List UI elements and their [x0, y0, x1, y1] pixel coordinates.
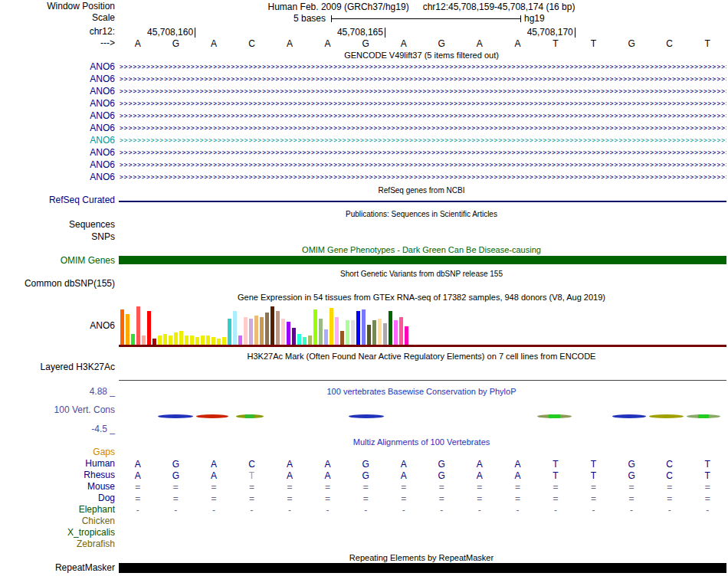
gene-arrow-line[interactable]: >>>>>>>>>>>>>>>>>>>>>>>>>>>>>>>>>>>>>>>>… — [120, 61, 726, 73]
gtex-tissue-bar[interactable] — [249, 319, 253, 345]
gtex-tissue-bar[interactable] — [163, 334, 167, 345]
multiz-species-label[interactable]: Zebrafish — [0, 539, 115, 549]
omim-track-bar[interactable] — [119, 256, 726, 264]
gtex-tissue-bar[interactable] — [228, 319, 231, 345]
gtex-tissue-bar[interactable] — [260, 317, 264, 345]
gtex-tissue-bar[interactable] — [287, 322, 290, 345]
gene-label[interactable]: ANO6 — [0, 123, 115, 134]
gene-arrow-line[interactable]: >>>>>>>>>>>>>>>>>>>>>>>>>>>>>>>>>>>>>>>>… — [120, 135, 726, 146]
gtex-tissue-bar[interactable] — [351, 320, 355, 345]
gtex-tissue-bar[interactable] — [238, 336, 242, 345]
gtex-tissue-bar[interactable] — [356, 311, 360, 345]
gtex-tissue-bar[interactable] — [233, 311, 237, 345]
repeatmasker-label[interactable]: RepeatMasker — [0, 563, 115, 573]
multiz-species-label[interactable]: Human — [0, 459, 115, 469]
gene-label[interactable]: ANO6 — [0, 147, 115, 159]
gtex-tissue-bar[interactable] — [190, 336, 194, 345]
gtex-tissue-bar[interactable] — [383, 323, 387, 345]
gtex-tissue-bar[interactable] — [308, 336, 312, 345]
gtex-tissue-bar[interactable] — [136, 306, 140, 345]
gtex-tissue-bar[interactable] — [120, 309, 124, 345]
gtex-tissue-bar[interactable] — [292, 328, 296, 345]
gene-arrow-line[interactable]: >>>>>>>>>>>>>>>>>>>>>>>>>>>>>>>>>>>>>>>>… — [120, 74, 726, 85]
conservation-track-label[interactable]: 100 Vert. Cons — [0, 405, 115, 415]
gene-arrow-line[interactable]: >>>>>>>>>>>>>>>>>>>>>>>>>>>>>>>>>>>>>>>>… — [120, 110, 726, 122]
gtex-tissue-bar[interactable] — [319, 319, 323, 345]
gtex-tissue-bar[interactable] — [271, 306, 274, 345]
gene-label[interactable]: ANO6 — [0, 61, 115, 73]
gtex-tissue-bar[interactable] — [265, 313, 269, 345]
gtex-tissue-bar[interactable] — [147, 311, 151, 345]
gene-arrow-line[interactable]: >>>>>>>>>>>>>>>>>>>>>>>>>>>>>>>>>>>>>>>>… — [120, 86, 726, 97]
gtex-tissue-bar[interactable] — [324, 329, 328, 345]
h3k27ac-label[interactable]: Layered H3K27Ac — [0, 362, 115, 372]
gtex-tissue-bar[interactable] — [212, 337, 215, 345]
phylop-mark[interactable] — [687, 414, 720, 418]
gtex-tissue-bar[interactable] — [372, 320, 376, 345]
gtex-tissue-bar[interactable] — [276, 311, 280, 345]
gene-arrow-line[interactable]: >>>>>>>>>>>>>>>>>>>>>>>>>>>>>>>>>>>>>>>>… — [120, 172, 726, 183]
omim-genes-label[interactable]: OMIM Genes — [0, 256, 115, 266]
gtex-tissue-bar[interactable] — [217, 339, 221, 345]
gene-label[interactable]: ANO6 — [0, 74, 115, 85]
gtex-tissue-bar[interactable] — [185, 336, 189, 345]
gtex-tissue-bar[interactable] — [281, 319, 285, 345]
multiz-species-label[interactable]: Dog — [0, 493, 115, 503]
multiz-species-label[interactable]: Rhesus — [0, 470, 115, 480]
phylop-mark[interactable] — [236, 414, 264, 418]
multiz-species-label[interactable]: Mouse — [0, 482, 115, 492]
gtex-tissue-bar[interactable] — [206, 336, 210, 345]
repeatmasker-track-bar[interactable] — [119, 563, 726, 573]
multiz-species-label[interactable]: Chicken — [0, 516, 115, 526]
gtex-tissue-bar[interactable] — [174, 332, 178, 345]
gene-arrow-line[interactable]: >>>>>>>>>>>>>>>>>>>>>>>>>>>>>>>>>>>>>>>>… — [120, 159, 726, 171]
h3k27ac-track-line[interactable] — [119, 380, 726, 381]
gene-label[interactable]: ANO6 — [0, 135, 115, 146]
gtex-tissue-bar[interactable] — [158, 336, 162, 345]
phylop-mark[interactable] — [612, 414, 646, 418]
gtex-tissue-bar[interactable] — [405, 326, 408, 345]
gtex-tissue-bar[interactable] — [126, 314, 130, 345]
gtex-tissue-bar[interactable] — [195, 337, 199, 345]
gtex-tissue-bar[interactable] — [362, 309, 366, 345]
gtex-baseline[interactable] — [119, 345, 726, 347]
gtex-gene-label[interactable]: ANO6 — [0, 321, 115, 331]
gtex-tissue-bar[interactable] — [254, 316, 258, 345]
multiz-species-label[interactable]: X_tropicalis — [0, 528, 115, 538]
gene-label[interactable]: ANO6 — [0, 98, 115, 110]
gene-arrow-line[interactable]: >>>>>>>>>>>>>>>>>>>>>>>>>>>>>>>>>>>>>>>>… — [120, 147, 726, 159]
gtex-tissue-bar[interactable] — [201, 336, 205, 345]
gtex-tissue-bar[interactable] — [297, 334, 301, 345]
gtex-tissue-bar[interactable] — [142, 336, 146, 345]
gene-arrow-line[interactable]: >>>>>>>>>>>>>>>>>>>>>>>>>>>>>>>>>>>>>>>>… — [120, 98, 726, 110]
gtex-tissue-bar[interactable] — [313, 309, 317, 345]
gtex-tissue-bar[interactable] — [335, 317, 339, 345]
gtex-tissue-bar[interactable] — [222, 337, 226, 345]
refseq-curated-label[interactable]: RefSeq Curated — [0, 195, 115, 205]
gtex-tissue-bar[interactable] — [389, 311, 392, 345]
gene-label[interactable]: ANO6 — [0, 172, 115, 183]
dbsnp-label[interactable]: Common dbSNP(155) — [0, 279, 115, 289]
sequences-label[interactable]: Sequences — [0, 220, 115, 230]
gtex-tissue-bar[interactable] — [152, 339, 156, 345]
gtex-tissue-bar[interactable] — [378, 319, 382, 345]
phylop-mark[interactable] — [158, 414, 193, 418]
phylop-mark[interactable] — [537, 414, 572, 418]
gtex-tissue-bar[interactable] — [179, 331, 183, 345]
gtex-tissue-bar[interactable] — [330, 308, 333, 345]
gtex-tissue-bar[interactable] — [346, 320, 349, 345]
gtex-tissue-bar[interactable] — [399, 317, 403, 345]
gene-label[interactable]: ANO6 — [0, 86, 115, 97]
phylop-mark[interactable] — [196, 414, 228, 418]
gtex-tissue-bar[interactable] — [131, 334, 135, 345]
multiz-species-label[interactable]: Elephant — [0, 505, 115, 515]
gtex-tissue-bar[interactable] — [340, 331, 344, 345]
gtex-tissue-bar[interactable] — [244, 317, 248, 345]
snps-label[interactable]: SNPs — [0, 232, 115, 242]
refseq-track-line[interactable] — [119, 201, 726, 202]
gtex-tissue-bar[interactable] — [394, 320, 398, 345]
gene-label[interactable]: ANO6 — [0, 159, 115, 171]
phylop-mark[interactable] — [649, 414, 684, 418]
gtex-tissue-bar[interactable] — [169, 336, 172, 345]
multiz-species-label[interactable]: Gaps — [0, 447, 115, 457]
